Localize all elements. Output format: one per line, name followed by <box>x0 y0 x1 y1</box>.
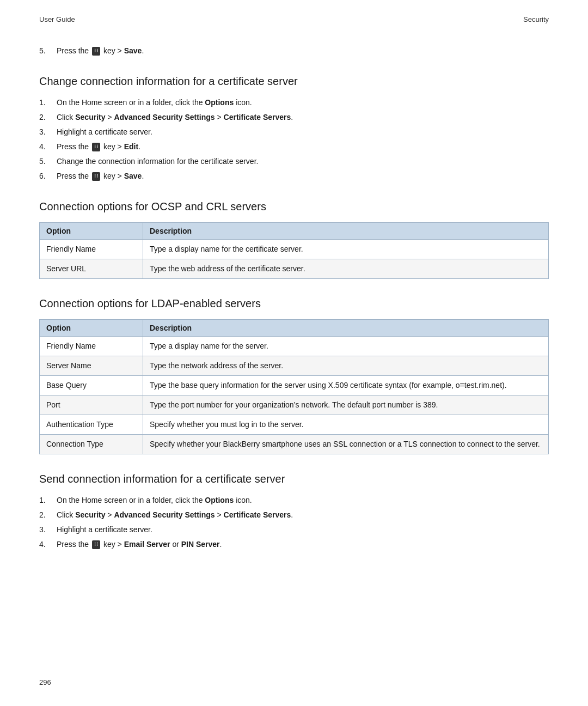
table-row: Friendly Name Type a display name for th… <box>40 240 549 259</box>
section2-heading: Connection options for OCSP and CRL serv… <box>39 199 549 214</box>
s4-step3-num: 3. <box>39 524 57 535</box>
ldap-row3-desc: Type the base query information for the … <box>143 376 549 395</box>
s1-step4-num: 4. <box>39 141 57 153</box>
ldap-row2-option: Server Name <box>40 356 143 376</box>
s4-step1-text: On the Home screen or in a folder, click… <box>57 495 549 506</box>
s1-step2-num: 2. <box>39 112 57 123</box>
ldap-row5-desc: Specify whether you must log in to the s… <box>143 415 549 435</box>
ocsp-col-option-header: Option <box>40 223 143 240</box>
s1-step6-num: 6. <box>39 171 57 182</box>
section1-heading: Change connection information for a cert… <box>39 74 549 88</box>
ldap-row5-option: Authentication Type <box>40 415 143 435</box>
menu-key-icon-s4-4: ⁝⁝ <box>92 540 100 549</box>
s1-step1-num: 1. <box>39 97 57 108</box>
section4-step4: 4. Press the ⁝⁝ key > Email Server or PI… <box>39 539 549 550</box>
s4-step4-num: 4. <box>39 539 57 550</box>
section1-step2: 2. Click Security > Advanced Security Se… <box>39 112 549 123</box>
s1-step3-num: 3. <box>39 126 57 138</box>
section4: Send connection information for a certif… <box>39 472 549 550</box>
s1-step3-text: Highlight a certificate server. <box>57 126 549 138</box>
menu-key-icon-s1-4: ⁝⁝ <box>92 143 100 151</box>
table-row: Server URL Type the web address of the c… <box>40 259 549 279</box>
s1-step4-text: Press the ⁝⁝ key > Edit. <box>57 141 549 153</box>
step-text-intro: Press the ⁝⁝ key > Save. <box>57 45 549 57</box>
ldap-row2-desc: Type the network address of the server. <box>143 356 549 376</box>
intro-step-5: 5. Press the ⁝⁝ key > Save. <box>39 45 549 57</box>
page-content: 5. Press the ⁝⁝ key > Save. Change conne… <box>0 34 588 586</box>
section1-step5: 5. Change the connection information for… <box>39 156 549 167</box>
section4-heading: Send connection information for a certif… <box>39 472 549 486</box>
page-footer: 296 <box>39 678 51 686</box>
ocsp-col-desc-header: Description <box>143 223 549 240</box>
ldap-col-option-header: Option <box>40 320 143 337</box>
menu-key-icon-s1-6: ⁝⁝ <box>92 172 100 181</box>
ocsp-row1-desc: Type a display name for the certificate … <box>143 240 549 259</box>
table-row: Port Type the port number for your organ… <box>40 395 549 415</box>
section1: Change connection information for a cert… <box>39 74 549 182</box>
ldap-row4-option: Port <box>40 395 143 415</box>
s1-step5-num: 5. <box>39 156 57 167</box>
step-num-intro: 5. <box>39 45 57 57</box>
ocsp-row1-option: Friendly Name <box>40 240 143 259</box>
s4-step1-num: 1. <box>39 495 57 506</box>
s1-step2-text: Click Security > Advanced Security Setti… <box>57 112 549 123</box>
ocsp-row2-desc: Type the web address of the certificate … <box>143 259 549 279</box>
ldap-table: Option Description Friendly Name Type a … <box>39 319 549 454</box>
s4-step2-text: Click Security > Advanced Security Setti… <box>57 509 549 521</box>
ldap-row1-option: Friendly Name <box>40 337 143 356</box>
section1-step6: 6. Press the ⁝⁝ key > Save. <box>39 171 549 182</box>
section4-step3: 3. Highlight a certificate server. <box>39 524 549 535</box>
page-number: 296 <box>39 678 51 686</box>
ldap-row6-desc: Specify whether your BlackBerry smartpho… <box>143 435 549 454</box>
section2: Connection options for OCSP and CRL serv… <box>39 199 549 279</box>
ldap-row6-option: Connection Type <box>40 435 143 454</box>
s1-step1-text: On the Home screen or in a folder, click… <box>57 97 549 108</box>
s1-step5-text: Change the connection information for th… <box>57 156 549 167</box>
table-row: Server Name Type the network address of … <box>40 356 549 376</box>
menu-key-icon-intro: ⁝⁝ <box>92 47 100 56</box>
table-row: Friendly Name Type a display name for th… <box>40 337 549 356</box>
section4-step2: 2. Click Security > Advanced Security Se… <box>39 509 549 521</box>
ocsp-row2-option: Server URL <box>40 259 143 279</box>
ldap-row1-desc: Type a display name for the server. <box>143 337 549 356</box>
section3-heading: Connection options for LDAP-enabled serv… <box>39 296 549 311</box>
table-row: Base Query Type the base query informati… <box>40 376 549 395</box>
section1-step3: 3. Highlight a certificate server. <box>39 126 549 138</box>
section1-step1: 1. On the Home screen or in a folder, cl… <box>39 97 549 108</box>
header-right: Security <box>523 15 549 23</box>
ldap-row4-desc: Type the port number for your organizati… <box>143 395 549 415</box>
ldap-col-desc-header: Description <box>143 320 549 337</box>
s4-step3-text: Highlight a certificate server. <box>57 524 549 535</box>
ocsp-crl-table: Option Description Friendly Name Type a … <box>39 222 549 279</box>
table-row: Connection Type Specify whether your Bla… <box>40 435 549 454</box>
section3: Connection options for LDAP-enabled serv… <box>39 296 549 454</box>
ldap-row3-option: Base Query <box>40 376 143 395</box>
header-left: User Guide <box>39 15 75 23</box>
section4-step1: 1. On the Home screen or in a folder, cl… <box>39 495 549 506</box>
s4-step2-num: 2. <box>39 509 57 521</box>
s1-step6-text: Press the ⁝⁝ key > Save. <box>57 171 549 182</box>
section1-step4: 4. Press the ⁝⁝ key > Edit. <box>39 141 549 153</box>
s4-step4-text: Press the ⁝⁝ key > Email Server or PIN S… <box>57 539 549 550</box>
table-row: Authentication Type Specify whether you … <box>40 415 549 435</box>
